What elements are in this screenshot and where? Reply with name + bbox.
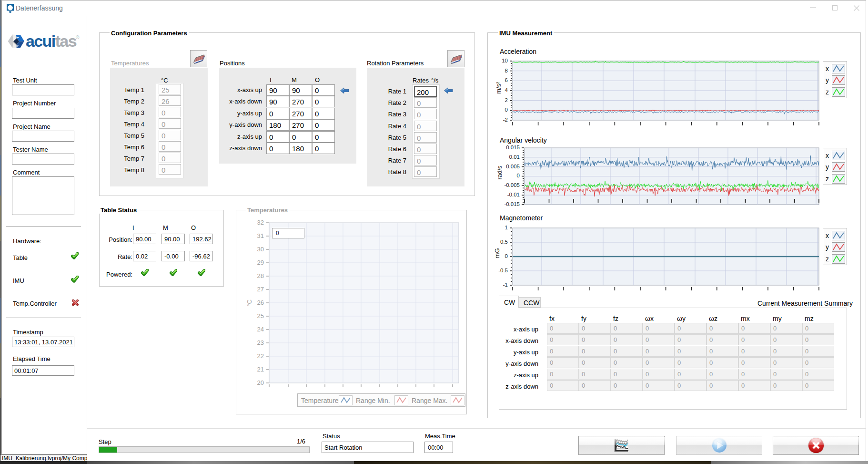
svg-text:®: ® <box>76 35 80 40</box>
svg-text:acuitas: acuitas <box>26 33 77 50</box>
